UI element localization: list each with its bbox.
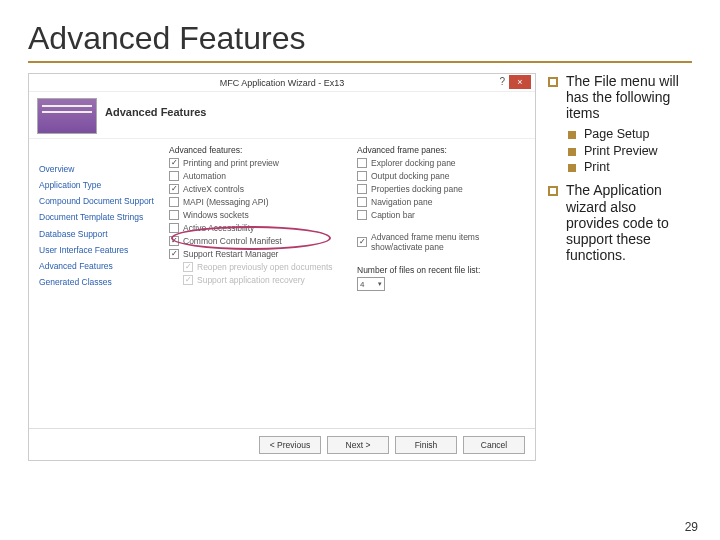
chk-ccm[interactable] <box>169 236 179 246</box>
cancel-button[interactable]: Cancel <box>463 436 525 454</box>
next-button[interactable]: Next > <box>327 436 389 454</box>
nav-dts[interactable]: Document Template Strings <box>39 209 159 225</box>
wizard-footer: < Previous Next > Finish Cancel <box>29 428 535 460</box>
wizard-dialog: MFC Application Wizard - Ex13 ? × Advanc… <box>28 73 536 461</box>
chk-afm[interactable] <box>357 237 367 247</box>
chk-print-preview-label: Printing and print preview <box>183 158 279 168</box>
chk-output[interactable] <box>357 171 367 181</box>
chk-explorer-label: Explorer docking pane <box>371 158 456 168</box>
note-sub-3: Print <box>584 160 610 174</box>
mfc-badge-icon <box>37 98 97 134</box>
nav-uif[interactable]: User Interface Features <box>39 242 159 258</box>
label-adv-frame: Advanced frame panes: <box>357 145 525 155</box>
label-adv-features: Advanced features: <box>169 145 337 155</box>
chk-props[interactable] <box>357 184 367 194</box>
page-number: 29 <box>685 520 698 534</box>
chk-activex-label: ActiveX controls <box>183 184 244 194</box>
bullet-square-icon <box>548 186 558 196</box>
chk-restart[interactable] <box>169 249 179 259</box>
chk-afm-label: Advanced frame menu items show/activate … <box>371 232 525 252</box>
wizard-titlebar-text: MFC Application Wizard - Ex13 <box>220 78 345 88</box>
chk-output-label: Output docking pane <box>371 171 449 181</box>
close-icon[interactable]: × <box>509 75 531 89</box>
notes-panel: The File menu will has the following ite… <box>548 73 692 461</box>
note-sub-2: Print Preview <box>584 144 658 158</box>
chk-navpane[interactable] <box>357 197 367 207</box>
chk-reopen-label: Reopen previously open documents <box>197 262 333 272</box>
sub-bullet-icon <box>568 148 576 156</box>
chk-aa-label: Active Accessibility <box>183 223 254 233</box>
bullet-square-icon <box>548 77 558 87</box>
chk-mapi-label: MAPI (Messaging API) <box>183 197 269 207</box>
chk-recovery-label: Support application recovery <box>197 275 305 285</box>
chk-print-preview[interactable] <box>169 158 179 168</box>
chk-sockets-label: Windows sockets <box>183 210 249 220</box>
note-paragraph-1: The File menu will has the following ite… <box>566 73 692 121</box>
chk-sockets[interactable] <box>169 210 179 220</box>
chk-caption-label: Caption bar <box>371 210 415 220</box>
chk-automation[interactable] <box>169 171 179 181</box>
slide-title: Advanced Features <box>28 20 692 57</box>
chk-ccm-label: Common Control Manifest <box>183 236 282 246</box>
chk-reopen <box>183 262 193 272</box>
chk-aa[interactable] <box>169 223 179 233</box>
wizard-header: Advanced Features <box>29 92 535 139</box>
note-sub-1: Page Setup <box>584 127 649 141</box>
chk-automation-label: Automation <box>183 171 226 181</box>
label-numfiles: Number of files on recent file list: <box>357 265 525 275</box>
wizard-heading: Advanced Features <box>105 98 206 118</box>
nav-app-type[interactable]: Application Type <box>39 177 159 193</box>
finish-button[interactable]: Finish <box>395 436 457 454</box>
note-paragraph-2: The Application wizard also provides cod… <box>566 182 692 262</box>
recent-file-spinner[interactable]: 4 ▾ <box>357 277 385 291</box>
chk-navpane-label: Navigation pane <box>371 197 432 207</box>
chk-caption[interactable] <box>357 210 367 220</box>
title-rule <box>28 61 692 63</box>
sub-bullet-icon <box>568 164 576 172</box>
nav-cds[interactable]: Compound Document Support <box>39 193 159 209</box>
nav-gc[interactable]: Generated Classes <box>39 274 159 290</box>
nav-af[interactable]: Advanced Features <box>39 258 159 274</box>
chk-activex[interactable] <box>169 184 179 194</box>
wizard-nav: Overview Application Type Compound Docum… <box>39 145 159 424</box>
chk-mapi[interactable] <box>169 197 179 207</box>
chk-explorer[interactable] <box>357 158 367 168</box>
recent-file-value: 4 <box>360 280 364 289</box>
previous-button[interactable]: < Previous <box>259 436 321 454</box>
sub-bullet-icon <box>568 131 576 139</box>
chevron-down-icon[interactable]: ▾ <box>378 280 382 288</box>
chk-restart-label: Support Restart Manager <box>183 249 278 259</box>
chk-recovery <box>183 275 193 285</box>
wizard-titlebar: MFC Application Wizard - Ex13 ? × <box>29 74 535 92</box>
help-icon[interactable]: ? <box>499 76 505 87</box>
nav-dbs[interactable]: Database Support <box>39 226 159 242</box>
nav-overview[interactable]: Overview <box>39 161 159 177</box>
wizard-body: Overview Application Type Compound Docum… <box>29 139 535 428</box>
chk-props-label: Properties docking pane <box>371 184 463 194</box>
